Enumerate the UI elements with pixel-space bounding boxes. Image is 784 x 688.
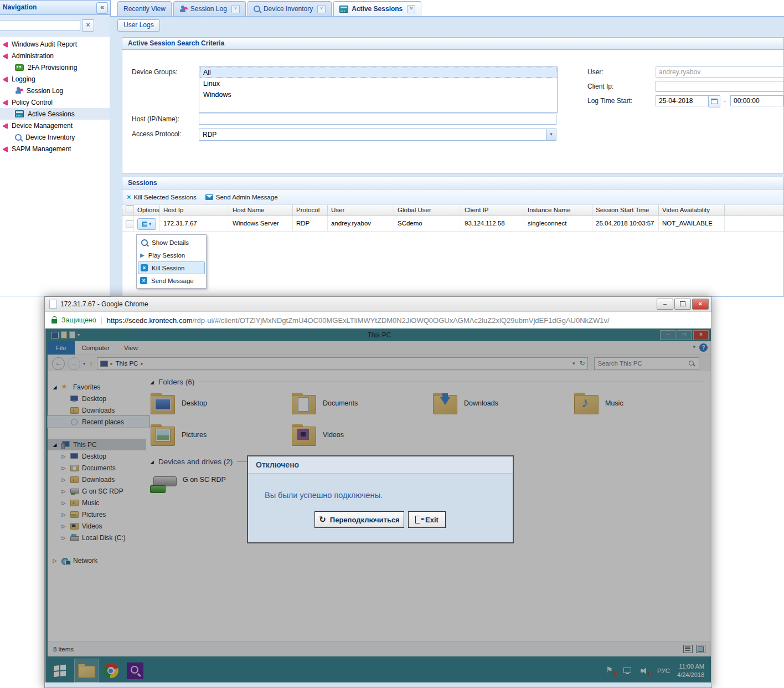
url-text[interactable]: https://scedc.krontech.com/rdp-ui/#/clie… bbox=[107, 316, 610, 325]
date-range-separator: - bbox=[724, 97, 726, 105]
sessions-screen-icon bbox=[15, 110, 24, 117]
nav-item-windows-audit-report[interactable]: Windows Audit Report bbox=[0, 38, 110, 50]
navigation-search-input[interactable] bbox=[0, 20, 80, 31]
navigation-title: Navigation bbox=[3, 3, 37, 11]
cell-user: andrey.ryabov bbox=[328, 216, 394, 231]
cell-host-ip: 172.31.7.67 bbox=[160, 216, 229, 231]
context-menu-play-session[interactable]: ▶Play Session bbox=[138, 249, 205, 261]
host-input[interactable] bbox=[199, 114, 556, 125]
close-tab-icon[interactable]: × bbox=[407, 5, 415, 13]
column-header[interactable]: Host Name bbox=[229, 205, 293, 215]
search-plus-icon bbox=[15, 134, 22, 141]
protocol-select[interactable]: RDP ▾ bbox=[199, 129, 556, 141]
options-list-icon bbox=[142, 222, 147, 227]
exit-button[interactable]: Exit bbox=[408, 511, 446, 528]
pink-arrow-icon bbox=[3, 100, 8, 105]
cell-session-start: 25.04.2018 10:03:57 bbox=[592, 216, 659, 231]
close-button[interactable]: × bbox=[692, 299, 709, 310]
nav-item-logging[interactable]: Logging bbox=[0, 73, 110, 85]
nav-item-2fa-provisioning[interactable]: 2FA Provisioning bbox=[0, 61, 110, 73]
disconnect-dialog-message: Вы были успешно подключены. bbox=[265, 491, 383, 500]
magnifier-icon bbox=[141, 239, 148, 246]
pink-arrow-icon bbox=[3, 53, 8, 59]
column-header[interactable]: User bbox=[328, 205, 394, 215]
column-header[interactable]: Instance Name bbox=[524, 205, 592, 215]
client-ip-label: Client Ip: bbox=[587, 83, 613, 90]
cell-video-availability: NOT_AVAILABLE bbox=[659, 216, 725, 231]
minimize-button[interactable]: – bbox=[657, 299, 673, 310]
nav-item-administration[interactable]: Administration bbox=[0, 50, 110, 61]
tab-session-log[interactable]: Session Log× bbox=[173, 1, 246, 16]
url-divider: | bbox=[101, 316, 102, 324]
session-table-row[interactable]: ▾ 172.31.7.67 Windows Server RDP andrey.… bbox=[122, 216, 783, 232]
chevron-down-icon[interactable]: ▾ bbox=[546, 129, 556, 140]
tab-recently-view[interactable]: Recently View bbox=[117, 1, 172, 16]
kill-x-icon: × bbox=[127, 193, 131, 201]
nav-item-sapm-management[interactable]: SAPM Management bbox=[0, 143, 110, 155]
calendar-icon[interactable] bbox=[708, 95, 720, 107]
device-group-option-windows[interactable]: Windows bbox=[199, 89, 557, 100]
client-ip-input[interactable] bbox=[656, 81, 784, 92]
search-criteria-panel: Active Session Search Criteria Device Gr… bbox=[122, 37, 784, 173]
select-all-checkbox[interactable] bbox=[126, 205, 134, 213]
close-tab-icon[interactable]: × bbox=[231, 5, 240, 13]
column-header[interactable]: Video Availability bbox=[659, 205, 725, 215]
column-header[interactable]: Options bbox=[134, 205, 160, 215]
pink-arrow-icon bbox=[3, 123, 8, 129]
user-icon bbox=[179, 6, 187, 13]
log-date-input[interactable] bbox=[656, 95, 711, 106]
column-header[interactable]: Session Start Time bbox=[592, 205, 659, 215]
log-time-start-label: Log Time Start: bbox=[587, 97, 632, 105]
tab-active-sessions[interactable]: Active Sessions× bbox=[333, 1, 421, 16]
chrome-window: 172.31.7.67 - Google Chrome – × Защищено… bbox=[44, 296, 712, 688]
collapse-panel-button[interactable]: « bbox=[96, 2, 108, 14]
host-label: Host (IP/Name): bbox=[132, 115, 179, 123]
device-group-option-all[interactable]: All bbox=[199, 67, 557, 78]
navigation-panel-header: Navigation « bbox=[0, 1, 110, 15]
maximize-button[interactable] bbox=[674, 299, 691, 310]
search-criteria-title: Active Session Search Criteria bbox=[122, 38, 783, 50]
nav-item-session-log[interactable]: Session Log bbox=[0, 85, 110, 96]
row-options-button[interactable]: ▾ bbox=[137, 218, 156, 230]
user-icon bbox=[15, 87, 23, 94]
sessions-toolbar: ×Kill Selected Sessions Send Admin Messa… bbox=[122, 189, 783, 205]
nav-item-policy-control[interactable]: Policy Control bbox=[0, 96, 110, 108]
log-time-input[interactable] bbox=[730, 95, 783, 106]
reconnect-button[interactable]: ↻ Переподключиться bbox=[314, 511, 404, 528]
refresh-icon: ↻ bbox=[319, 515, 326, 525]
clear-search-button[interactable]: × bbox=[82, 19, 94, 32]
close-tab-icon[interactable]: × bbox=[317, 5, 326, 13]
tab-content-area: User Logs Active Session Search Criteria… bbox=[110, 16, 784, 296]
play-icon: ▶ bbox=[140, 252, 145, 258]
navigation-search-row: × bbox=[0, 15, 110, 37]
column-header[interactable]: Protocol bbox=[293, 205, 328, 215]
chrome-window-title: 172.31.7.67 - Google Chrome bbox=[60, 300, 148, 308]
chrome-title-bar[interactable]: 172.31.7.67 - Google Chrome – × bbox=[45, 297, 711, 312]
pink-arrow-icon bbox=[3, 76, 8, 82]
kill-selected-sessions-button[interactable]: ×Kill Selected Sessions bbox=[127, 193, 197, 201]
pink-arrow-icon bbox=[3, 42, 8, 47]
navigation-panel: Navigation « × Windows Audit Report Admi… bbox=[0, 0, 111, 296]
column-header[interactable]: Client IP bbox=[461, 205, 524, 215]
user-input[interactable] bbox=[656, 66, 784, 78]
user-logs-subtab[interactable]: User Logs bbox=[117, 19, 160, 32]
kill-session-icon: × bbox=[141, 264, 148, 271]
row-checkbox[interactable] bbox=[126, 220, 134, 228]
context-menu-show-details[interactable]: Show Details bbox=[138, 236, 205, 249]
send-admin-message-button[interactable]: Send Admin Message bbox=[205, 194, 278, 201]
context-menu-kill-session[interactable]: ×Kill Session bbox=[138, 261, 205, 274]
chrome-url-bar[interactable]: Защищено | https://scedc.krontech.com/rd… bbox=[45, 312, 711, 329]
column-header[interactable]: Global User bbox=[394, 205, 461, 215]
column-header[interactable]: Host Ip bbox=[160, 205, 229, 215]
secure-lock-icon[interactable] bbox=[51, 319, 57, 324]
tab-device-inventory[interactable]: Device Inventory× bbox=[247, 1, 332, 16]
context-menu-send-message[interactable]: ×Send Message bbox=[138, 274, 205, 287]
device-group-option-linux[interactable]: Linux bbox=[199, 78, 557, 89]
navigation-tree: Windows Audit Report Administration 2FA … bbox=[0, 37, 110, 155]
disconnect-dialog: Отключено Вы были успешно подключены. ↻ … bbox=[247, 455, 514, 543]
nav-item-device-management[interactable]: Device Management bbox=[0, 120, 110, 131]
cell-protocol: RDP bbox=[293, 216, 328, 231]
nav-item-device-inventory[interactable]: Device Inventory bbox=[0, 131, 110, 143]
exit-door-icon bbox=[415, 516, 420, 523]
nav-item-active-sessions[interactable]: Active Sessions bbox=[0, 108, 110, 120]
